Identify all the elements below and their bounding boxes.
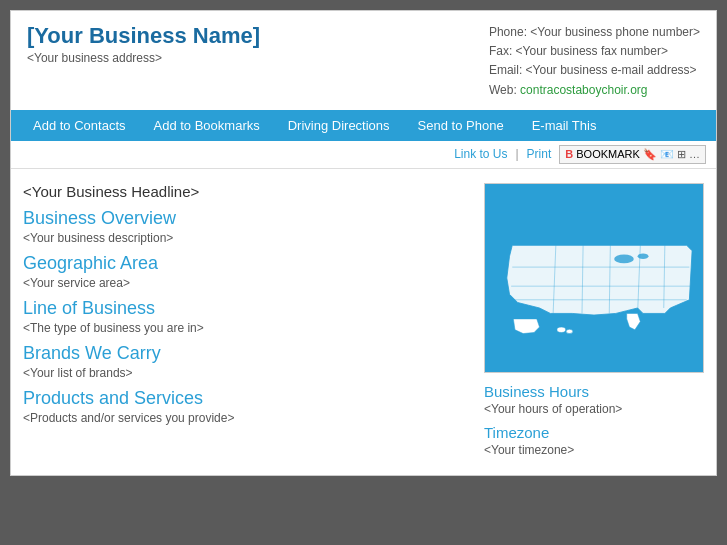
navbar: Add to Contacts Add to Bookmarks Driving…	[11, 110, 716, 141]
section-title-1: Geographic Area	[23, 253, 464, 274]
content-right: Business Hours <Your hours of operation>…	[484, 183, 704, 461]
nav-send-to-phone[interactable]: Send to Phone	[404, 110, 518, 141]
header-right: Phone: <Your business phone number> Fax:…	[489, 23, 700, 100]
svg-point-9	[614, 254, 634, 263]
content-left: <Your Business Headline> Business Overvi…	[23, 183, 484, 461]
bookmark-button[interactable]: B BOOKMARK 🔖 📧 ⊞ …	[559, 145, 706, 164]
us-map	[484, 183, 704, 373]
separator: |	[515, 147, 518, 161]
right-section-desc-1: <Your timezone>	[484, 443, 704, 457]
web-line: Web: contracostaboychoir.org	[489, 81, 700, 100]
bookmark-label: BOOKMARK	[576, 148, 640, 160]
section-desc-1: <Your service area>	[23, 276, 464, 290]
right-section-title-1: Timezone	[484, 424, 704, 441]
svg-point-10	[638, 253, 649, 258]
section-desc-2: <The type of business you are in>	[23, 321, 464, 335]
section-title-2: Line of Business	[23, 298, 464, 319]
nav-driving-directions[interactable]: Driving Directions	[274, 110, 404, 141]
page-wrapper: [Your Business Name] <Your business addr…	[10, 10, 717, 476]
email-line: Email: <Your business e-mail address>	[489, 61, 700, 80]
section-title-3: Brands We Carry	[23, 343, 464, 364]
header: [Your Business Name] <Your business addr…	[11, 11, 716, 110]
bookmark-tools: 🔖 📧 ⊞ …	[643, 148, 700, 161]
print-button[interactable]: Print	[527, 147, 552, 161]
business-name: [Your Business Name]	[27, 23, 260, 49]
map-svg	[485, 184, 703, 372]
business-address: <Your business address>	[27, 51, 260, 65]
svg-point-12	[566, 329, 573, 333]
bookmark-icon: B	[565, 148, 573, 160]
right-section-desc-0: <Your hours of operation>	[484, 402, 704, 416]
right-section-title-0: Business Hours	[484, 383, 704, 400]
section-desc-3: <Your list of brands>	[23, 366, 464, 380]
business-headline: <Your Business Headline>	[23, 183, 464, 200]
main-content: <Your Business Headline> Business Overvi…	[11, 169, 716, 475]
header-left: [Your Business Name] <Your business addr…	[27, 23, 260, 100]
section-title-0: Business Overview	[23, 208, 464, 229]
link-to-us-button[interactable]: Link to Us	[454, 147, 507, 161]
section-desc-4: <Products and/or services you provide>	[23, 411, 464, 425]
toolbar: Link to Us | Print B BOOKMARK 🔖 📧 ⊞ …	[11, 141, 716, 169]
phone-line: Phone: <Your business phone number>	[489, 23, 700, 42]
nav-add-bookmarks[interactable]: Add to Bookmarks	[140, 110, 274, 141]
nav-add-contacts[interactable]: Add to Contacts	[19, 110, 140, 141]
section-desc-0: <Your business description>	[23, 231, 464, 245]
nav-email-this[interactable]: E-mail This	[518, 110, 611, 141]
web-url-link[interactable]: contracostaboychoir.org	[520, 83, 647, 97]
section-title-4: Products and Services	[23, 388, 464, 409]
fax-line: Fax: <Your business fax number>	[489, 42, 700, 61]
svg-point-11	[557, 327, 566, 332]
